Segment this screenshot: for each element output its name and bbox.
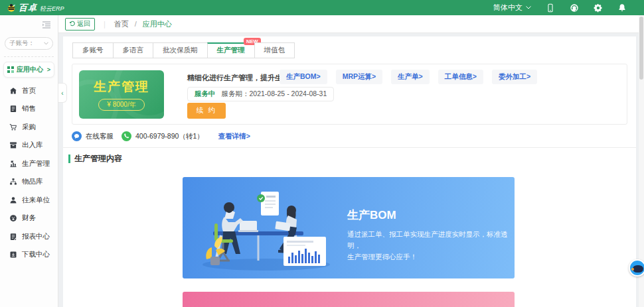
sidebar-collapse-handle[interactable]: ‹ bbox=[58, 83, 67, 103]
production-chart-icon bbox=[9, 160, 17, 168]
sidebar-item-label: 首页 bbox=[22, 86, 36, 95]
section-divider bbox=[63, 147, 636, 148]
quick-links: 生产BOM> MRP运算> 生产单> 工单信息> 委外加工> bbox=[280, 70, 537, 84]
sidebar-item-production[interactable]: 生产管理 bbox=[0, 154, 58, 173]
sidebar-item-label: 报表中心 bbox=[22, 232, 50, 241]
breadcrumb-bar: 返回 ｜ 首页 / 应用中心 bbox=[58, 15, 639, 33]
report-icon bbox=[9, 233, 17, 241]
sub-account-select[interactable]: 子账号： bbox=[5, 37, 53, 50]
breadcrumb-home[interactable]: 首页 bbox=[114, 19, 129, 29]
tab-multi-account[interactable]: 多账号 bbox=[72, 42, 114, 58]
sub-account-label: 子账号： bbox=[9, 39, 35, 48]
sidebar-item-label: 物品库 bbox=[22, 177, 43, 186]
mascot-dot bbox=[631, 268, 634, 271]
gear-icon[interactable] bbox=[594, 3, 603, 13]
tab-value-added-pack[interactable]: 增值包 bbox=[254, 42, 295, 58]
back-button[interactable]: 返回 bbox=[65, 18, 95, 31]
banner-desc-line1: 通过派工单、报工单实现生产进度实时显示，标准透明， bbox=[347, 229, 515, 251]
service-status: 服务中 bbox=[195, 90, 216, 99]
sidebar-item-label: 采购 bbox=[22, 123, 36, 132]
sidebar-item-partners[interactable]: 往来单位 bbox=[0, 191, 58, 210]
cart-icon bbox=[9, 123, 17, 131]
mascot-face bbox=[633, 265, 643, 273]
sidebar-item-label: 生产管理 bbox=[22, 159, 50, 168]
sidebar-item-items-library[interactable]: 物品库 bbox=[0, 173, 58, 192]
breadcrumb-pipe: ｜ bbox=[101, 19, 108, 29]
coin-icon bbox=[9, 214, 17, 222]
link-work-order-info[interactable]: 工单信息> bbox=[438, 70, 483, 84]
sidebar-item-home[interactable]: 首页 bbox=[0, 82, 58, 100]
banner-description: 通过派工单、报工单实现生产进度实时显示，标准透明， 生产管理更得心应手！ bbox=[347, 229, 515, 263]
tab-label: 增值包 bbox=[264, 46, 285, 54]
tab-label: 多账号 bbox=[82, 46, 104, 54]
section-title: 生产管理内容 bbox=[74, 153, 122, 164]
scrollbar-thumb[interactable] bbox=[639, 17, 643, 80]
home-icon bbox=[9, 87, 17, 95]
chevron-down-icon bbox=[526, 6, 531, 9]
sidebar-item-sales[interactable]: 销售 bbox=[0, 100, 58, 119]
phone-icon bbox=[121, 131, 131, 141]
chevron-right-icon: > bbox=[47, 66, 50, 73]
sidebar-collapse-icon[interactable] bbox=[42, 21, 51, 29]
brand-name: 百卓 bbox=[19, 2, 37, 14]
section-header: 生产管理内容 bbox=[68, 153, 122, 164]
tab-label: 生产管理 bbox=[217, 46, 245, 54]
next-feature-banner bbox=[183, 292, 515, 307]
mobile-app-icon[interactable] bbox=[546, 3, 555, 13]
app-center-label: 应用中心 bbox=[17, 65, 43, 74]
renew-button[interactable]: 续 约 bbox=[187, 103, 226, 119]
sidebar-item-label: 往来单位 bbox=[22, 196, 50, 205]
tab-bar: 多账号 多语言 批次保质期 生产管理 NEW 增值包 bbox=[73, 42, 295, 58]
feature-banner-production-bom: 生产BOM 通过派工单、报工单实现生产进度实时显示，标准透明， 生产管理更得心应… bbox=[183, 177, 515, 278]
person-icon bbox=[9, 196, 17, 204]
sidebar-item-report-center[interactable]: 报表中心 bbox=[0, 227, 58, 246]
bell-icon[interactable] bbox=[617, 3, 627, 13]
online-service-label: 在线客服 bbox=[86, 132, 114, 141]
language-selector[interactable]: 简体中文 bbox=[493, 3, 531, 13]
phone-number: 400-6979-890（转1） bbox=[135, 132, 204, 141]
link-outsourcing[interactable]: 委外加工> bbox=[492, 70, 537, 84]
tab-production-management[interactable]: 生产管理 NEW bbox=[207, 42, 255, 58]
warehouse-box-icon bbox=[9, 141, 17, 149]
back-label: 返回 bbox=[77, 19, 90, 29]
view-details-link[interactable]: 查看详情> bbox=[218, 132, 250, 141]
header-actions: 简体中文 bbox=[493, 3, 644, 13]
support-row: 在线客服 400-6979-890（转1） 查看详情> bbox=[72, 131, 250, 141]
sidebar-item-download-center[interactable]: 下载中心 bbox=[0, 246, 58, 265]
chat-bubble-icon bbox=[72, 131, 82, 141]
product-price: ¥ 8000/年 bbox=[98, 99, 144, 111]
sidebar: 子账号： 应用中心 > 首页 销售 采购 出入库 生 bbox=[0, 15, 58, 307]
sidebar-item-finance[interactable]: 财务 bbox=[0, 210, 58, 228]
chevron-down-icon bbox=[44, 42, 48, 45]
banner-title: 生产BOM bbox=[347, 208, 396, 223]
link-mrp-calc[interactable]: MRP运算> bbox=[336, 70, 382, 84]
product-name: 生产管理 bbox=[94, 78, 149, 95]
product-panel: 生产管理 ¥ 8000/年 精细化进行生产管理，提升生产效率 生产BOM> MR… bbox=[72, 64, 627, 125]
sidebar-app-center[interactable]: 应用中心 > bbox=[3, 62, 54, 78]
back-arrow-icon bbox=[69, 21, 75, 27]
service-phone: 400-6979-890（转1） bbox=[121, 131, 204, 141]
main-content: 多账号 多语言 批次保质期 生产管理 NEW 增值包 生产管理 ¥ 8000/年… bbox=[63, 36, 636, 307]
sidebar-item-label: 销售 bbox=[22, 104, 36, 113]
tab-label: 批次保质期 bbox=[163, 46, 198, 54]
section-accent-bar bbox=[68, 154, 70, 163]
link-production-order[interactable]: 生产单> bbox=[391, 70, 430, 84]
customer-service-icon[interactable] bbox=[570, 3, 579, 13]
banner-desc-line2: 生产管理更得心应手！ bbox=[347, 251, 515, 263]
breadcrumb-current: 应用中心 bbox=[143, 19, 172, 29]
sidebar-menu: 首页 销售 采购 出入库 生产管理 物品库 往来单位 财务 bbox=[0, 82, 58, 264]
grid-icon bbox=[7, 66, 14, 73]
assistant-mascot-icon[interactable] bbox=[629, 259, 644, 276]
sidebar-item-inout-warehouse[interactable]: 出入库 bbox=[0, 137, 58, 155]
sales-doc-icon bbox=[9, 105, 17, 113]
breadcrumb-separator: / bbox=[135, 20, 137, 28]
sidebar-item-label: 下载中心 bbox=[22, 250, 50, 259]
link-production-bom[interactable]: 生产BOM> bbox=[280, 70, 327, 84]
brand-logo[interactable]: 百卓 轻云ERP bbox=[0, 2, 64, 14]
tab-multi-language[interactable]: 多语言 bbox=[113, 42, 154, 58]
sidebar-item-purchase[interactable]: 采购 bbox=[0, 118, 58, 137]
download-icon bbox=[9, 251, 17, 259]
online-service[interactable]: 在线客服 bbox=[72, 131, 114, 141]
tab-batch-shelf-life[interactable]: 批次保质期 bbox=[153, 42, 208, 58]
top-header: 百卓 轻云ERP 简体中文 bbox=[0, 0, 644, 15]
